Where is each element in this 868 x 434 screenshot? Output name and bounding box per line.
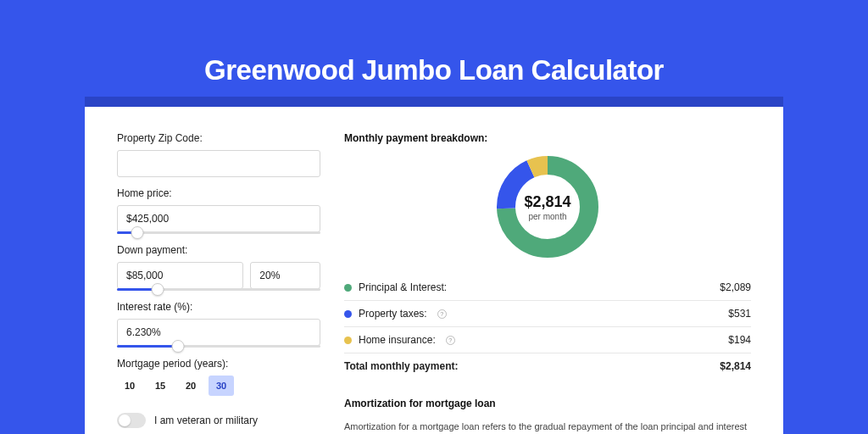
home-price-input[interactable]: $425,000 [117,205,320,232]
breakdown-label: Principal & Interest: [359,281,447,293]
breakdown-value: $194 [728,334,751,346]
total-value: $2,814 [720,360,751,372]
total-label: Total monthly payment: [344,360,458,372]
down-payment-slider[interactable] [117,288,320,291]
period-button-20[interactable]: 20 [178,376,203,396]
calculator-card: Property Zip Code: Home price: $425,000 … [85,107,783,434]
breakdown-row: Home insurance:?$194 [344,326,751,353]
period-button-15[interactable]: 15 [147,376,173,396]
breakdown-row: Principal & Interest:$2,089 [344,275,751,300]
veteran-label: I am veteran or military [154,415,258,426]
home-price-label: Home price: [117,187,320,199]
amortization-title: Amortization for mortgage loan [344,398,751,409]
home-price-slider[interactable] [117,231,320,234]
info-icon[interactable]: ? [446,336,455,345]
breakdown-total-row: Total monthly payment:$2,814 [344,353,751,379]
interest-slider[interactable] [117,345,320,348]
zip-label: Property Zip Code: [117,132,320,144]
period-row: 10152030 [117,376,320,396]
info-icon[interactable]: ? [437,309,447,319]
breakdown-label: Property taxes: [359,308,427,320]
interest-input[interactable]: 6.230% [117,319,320,346]
legend-dot-icon [344,337,352,344]
period-label: Mortgage period (years): [117,358,320,370]
interest-label: Interest rate (%): [117,301,320,313]
page-title: Greenwood Jumbo Loan Calculator [0,54,868,86]
down-payment-input[interactable]: $85,000 [117,262,243,289]
zip-input[interactable] [117,150,320,177]
breakdown-value: $531 [728,308,751,320]
slider-thumb-icon[interactable] [172,340,185,353]
legend-dot-icon [344,284,352,292]
period-button-10[interactable]: 10 [117,376,142,396]
breakdown-row: Property taxes:?$531 [344,300,751,326]
legend-dot-icon [344,310,352,318]
donut-sub: per month [528,212,566,221]
breakdown-list: Principal & Interest:$2,089Property taxe… [344,275,751,379]
down-payment-label: Down payment: [117,244,320,256]
period-button-30[interactable]: 30 [209,376,234,396]
down-payment-pct-input[interactable]: 20% [250,262,320,289]
toggle-knob-icon [119,415,131,426]
donut-chart: $2,814 per month [495,154,600,259]
results-column: Monthly payment breakdown: $2,814 per mo… [344,132,751,434]
breakdown-label: Home insurance: [359,334,436,346]
inputs-column: Property Zip Code: Home price: $425,000 … [117,132,320,434]
slider-thumb-icon[interactable] [152,283,164,296]
breakdown-value: $2,089 [720,281,751,293]
veteran-toggle[interactable] [117,413,146,428]
breakdown-heading: Monthly payment breakdown: [344,132,751,144]
card-shadow [85,97,783,107]
slider-thumb-icon[interactable] [131,226,144,239]
amortization-text: Amortization for a mortgage loan refers … [344,420,751,434]
donut-amount: $2,814 [524,193,570,211]
